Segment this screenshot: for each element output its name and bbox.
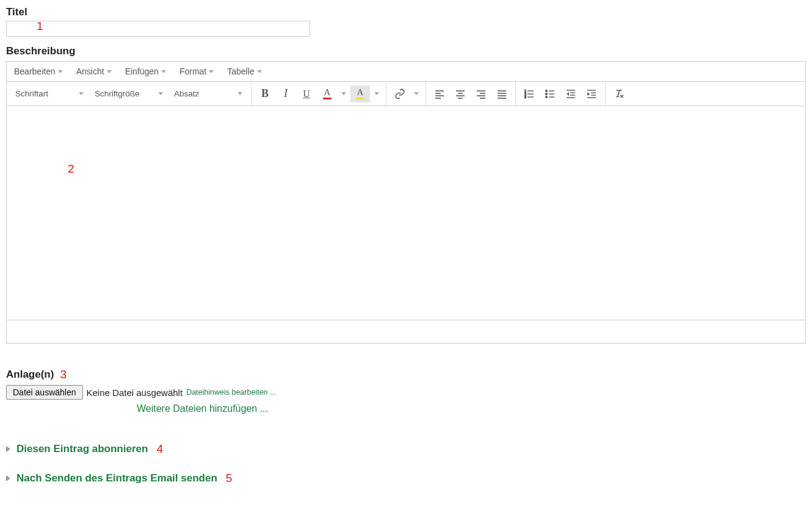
svg-point-24 [546,96,548,98]
indent-button[interactable] [582,85,601,103]
font-size-select[interactable]: Schriftgröße [90,85,168,103]
svg-point-23 [546,93,548,95]
align-justify-button[interactable] [492,85,512,103]
menu-view[interactable]: Ansicht [76,67,112,76]
send-email-after-submit-toggle[interactable]: Nach Senden des Eintrags Email senden [16,472,217,484]
editor-menubar: Bearbeiten Ansicht Einfügen Format Tabel… [7,62,805,82]
svg-point-22 [546,90,548,92]
menu-edit[interactable]: Bearbeiten [14,67,63,76]
underline-button[interactable]: U [297,85,316,103]
subscribe-entry-toggle[interactable]: Diesen Eintrag abonnieren [16,443,148,455]
menu-format[interactable]: Format [179,67,214,76]
bold-button[interactable]: B [255,85,275,103]
annotation-4: 4 [156,442,163,456]
font-size-label: Schriftgröße [95,89,140,98]
edit-file-hint-link[interactable]: Dateihinweis bearbeiten ... [186,388,276,397]
editor-statusbar [7,320,805,343]
svg-marker-32 [567,92,569,96]
triangle-right-icon [6,446,10,452]
title-input[interactable] [6,21,310,37]
align-center-button[interactable] [451,85,470,103]
text-color-dropdown[interactable] [338,92,349,95]
editor-toolbar: Schriftart Schriftgröße Absatz B I U A A [7,82,805,106]
caret-down-icon [209,70,214,73]
caret-down-icon [107,70,112,73]
annotation-3: 3 [60,368,67,381]
caret-down-icon [257,70,262,73]
font-family-label: Schriftart [15,89,48,98]
outdent-button[interactable] [561,85,581,103]
caret-down-icon [374,92,379,95]
align-right-button[interactable] [471,85,491,103]
caret-down-icon [79,92,84,95]
editor-content-area[interactable]: 2 [7,106,805,320]
caret-down-icon [158,92,163,95]
background-color-dropdown[interactable] [371,92,382,95]
caret-down-icon [414,92,419,95]
attachments-label: Anlage(n) [6,369,54,381]
caret-down-icon [237,92,242,95]
caret-down-icon [161,70,166,73]
svg-text:3: 3 [524,95,526,99]
block-format-label: Absatz [174,89,199,98]
description-label: Beschreibung [6,45,806,57]
ordered-list-button[interactable]: 123 [520,85,539,103]
menu-format-label: Format [179,67,206,76]
align-left-button[interactable] [430,85,449,103]
caret-down-icon [341,92,346,95]
annotation-5: 5 [226,472,233,485]
background-color-button[interactable]: A [350,85,370,103]
menu-insert[interactable]: Einfügen [125,67,166,76]
insert-link-dropdown[interactable] [411,92,422,95]
italic-button[interactable]: I [276,85,295,103]
menu-edit-label: Bearbeiten [14,67,56,76]
text-color-button[interactable]: A [317,85,337,103]
choose-file-button[interactable]: Datei auswählen [6,385,83,400]
triangle-right-icon [6,475,10,481]
block-format-select[interactable]: Absatz [169,85,247,103]
no-file-selected-text: Keine Datei ausgewählt [87,387,183,398]
unordered-list-button[interactable] [540,85,560,103]
menu-insert-label: Einfügen [125,67,159,76]
insert-link-button[interactable] [390,85,410,103]
clear-formatting-button[interactable] [609,85,629,103]
svg-marker-37 [587,92,590,96]
title-label: Titel [6,6,806,18]
font-family-select[interactable]: Schriftart [10,85,89,103]
menu-table[interactable]: Tabelle [227,67,261,76]
caret-down-icon [58,70,63,73]
menu-view-label: Ansicht [76,67,104,76]
add-more-files-link[interactable]: Weitere Dateien hinzufügen ... [137,403,806,414]
menu-table-label: Tabelle [227,67,254,76]
rich-text-editor: Bearbeiten Ansicht Einfügen Format Tabel… [6,61,806,344]
annotation-2: 2 [68,162,74,176]
